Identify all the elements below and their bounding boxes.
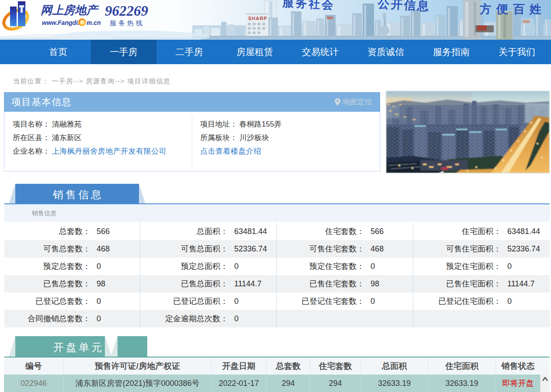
svg-text:m.cn: m.cn <box>87 19 101 26</box>
svg-text:网上房地产: 网上房地产 <box>41 4 99 17</box>
svg-text:www.Fangdi.c: www.Fangdi.c <box>42 19 83 26</box>
svg-text:962269: 962269 <box>105 3 148 19</box>
svg-text:方便百姓: 方便百姓 <box>479 3 546 16</box>
svg-text:销售信息: 销售信息 <box>52 189 104 200</box>
svg-text:开盘单元: 开盘单元 <box>53 341 104 353</box>
svg-text:SHARP: SHARP <box>248 16 267 21</box>
svg-text:服务热线: 服务热线 <box>110 20 145 27</box>
